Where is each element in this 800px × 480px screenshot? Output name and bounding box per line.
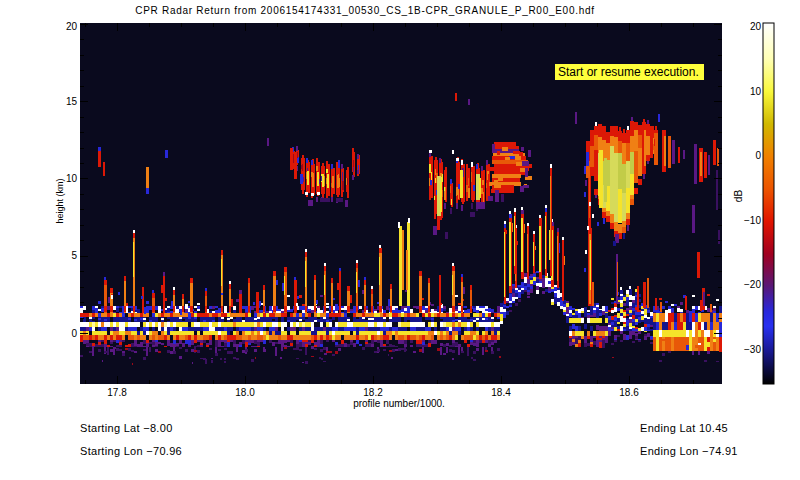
- svg-text:Start or resume execution.: Start or resume execution.: [558, 65, 699, 79]
- svg-text:18.2: 18.2: [363, 387, 383, 398]
- svg-text:0: 0: [71, 328, 77, 339]
- svg-text:10: 10: [750, 86, 762, 97]
- svg-text:18.0: 18.0: [235, 387, 255, 398]
- svg-text:5: 5: [71, 250, 77, 261]
- svg-text:height (km): height (km): [55, 178, 65, 223]
- svg-text:10: 10: [66, 173, 78, 184]
- svg-text:dB: dB: [733, 190, 744, 203]
- svg-text:20: 20: [750, 21, 762, 32]
- svg-text:Starting Lat −8.00: Starting Lat −8.00: [80, 422, 173, 434]
- svg-text:−10: −10: [744, 215, 761, 226]
- svg-text:20: 20: [66, 21, 78, 32]
- svg-text:CPR Radar Return from 20061541: CPR Radar Return from 2006154174331_0053…: [135, 5, 594, 16]
- svg-text:Starting Lon −70.96: Starting Lon −70.96: [80, 445, 182, 457]
- svg-text:profile number/1000.: profile number/1000.: [353, 398, 445, 409]
- svg-text:17.8: 17.8: [107, 387, 127, 398]
- svg-text:−20: −20: [744, 279, 761, 290]
- svg-text:15: 15: [66, 96, 78, 107]
- svg-text:0: 0: [755, 150, 761, 161]
- svg-text:Ending Lat 10.45: Ending Lat 10.45: [640, 422, 728, 434]
- svg-text:18.6: 18.6: [619, 387, 639, 398]
- svg-text:18.4: 18.4: [491, 387, 511, 398]
- svg-text:Ending Lon −74.91: Ending Lon −74.91: [640, 445, 738, 457]
- svg-text:−30: −30: [744, 344, 761, 355]
